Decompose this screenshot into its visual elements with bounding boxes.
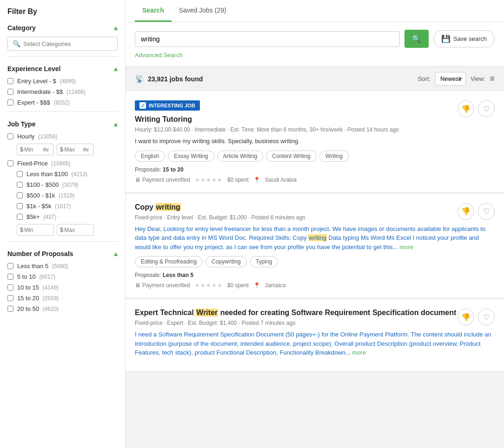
job-3-more-link[interactable]: more [352,349,366,356]
prop-5-10-checkbox[interactable] [7,274,13,280]
fixed-r500-row: $500 - $1k (1519) [17,192,118,199]
job-3-dislike-button[interactable]: 👎 [458,309,474,325]
job-1-dislike-button[interactable]: 👎 [458,100,474,117]
fixed-r5k-row: $5k+ (437) [17,213,118,220]
jobtype-chevron-icon[interactable]: ▴ [114,119,118,128]
prop-20-50-checkbox[interactable] [7,306,13,312]
tag-editing-proofreading[interactable]: Editing & Proofreading [135,256,203,267]
prop-lt5-label[interactable]: Less than 5 (5660) [17,263,68,270]
job-2-dislike-button[interactable]: 👎 [458,203,474,220]
exp-expert-label[interactable]: Expert - $$$ (6552) [17,99,70,106]
hourly-min-unit: /hr [43,147,49,152]
fixed-r500-label[interactable]: $500 - $1k (1519) [27,192,75,199]
tag-content-writing[interactable]: Content Writing [266,151,316,162]
job-3-meta: Fixed-price · Expert · Est. Budget: $1,4… [135,320,495,326]
hourly-min-wrap: $ /hr [17,144,54,155]
job-2-payment-icon: 🖥 Payment unverified [135,282,190,289]
jobtype-hourly-label[interactable]: Hourly (13056) [17,133,58,140]
hourly-max-input[interactable] [64,146,83,153]
prop-lt5-checkbox[interactable] [7,263,13,269]
fixed-lt100-checkbox[interactable] [17,171,23,177]
job-2-proposals-value: Less than 5 [163,272,193,278]
prop-10-15-label[interactable]: 10 to 15 (4149) [17,284,59,291]
tag-copywriting[interactable]: Copywriting [206,256,247,267]
category-chevron-icon[interactable]: ▴ [114,23,118,32]
job-3-title[interactable]: Expert Technical Writer needed for creat… [135,309,495,317]
view-icon[interactable]: ≡ [490,74,495,84]
job-2-title[interactable]: Copy writing [135,203,495,211]
exp-entry-checkbox[interactable] [7,78,13,84]
exp-entry-label[interactable]: Entry Level - $ (4899) [17,78,76,85]
jobtype-hourly-row: Hourly (13056) [7,133,118,140]
prop-15-20-label[interactable]: 15 to 20 (2659) [17,295,59,302]
job-2-proposals: Proposals: Less than 5 [135,272,495,278]
job-2-title-highlight: writing [155,203,180,211]
experience-chevron-icon[interactable]: ▴ [114,64,118,73]
fixed-min-dollar: $ [20,226,23,233]
job-1-stars: ★★★★★ [195,177,223,183]
category-search-input[interactable] [23,40,113,47]
job-2-spent: $0 spent [227,282,249,289]
tag-article-writing[interactable]: Article Writing [217,151,264,162]
fixed-r1k-label[interactable]: $1k - $5k (1617) [27,203,71,210]
tag-essay-writing[interactable]: Essay Writing [168,151,214,162]
job-2-like-button[interactable]: ♡ [478,203,495,220]
jobtype-hourly-checkbox[interactable] [7,133,13,139]
jobtype-fixed-checkbox[interactable] [7,160,13,166]
fixed-r1k-count: (1617) [55,203,71,210]
jobtype-fixed-row: Fixed-Price (10865) [7,160,118,167]
job-2-highlight: writing [308,234,327,241]
category-search-icon: 🔍 [13,40,20,47]
hourly-min-input[interactable] [24,146,43,153]
exp-intermediate-checkbox[interactable] [7,89,13,95]
fixed-price-range: $ $ [7,224,118,236]
job-3-desc-text: I need a Software Requirement Specificat… [135,331,491,356]
search-button[interactable]: 🔍 [405,30,429,48]
search-bar-area: 🔍 💾 Save search Advanced Search [126,22,504,66]
category-search-wrap: 🔍 [7,37,118,51]
save-search-button[interactable]: 💾 Save search [433,30,495,47]
fixed-min-input[interactable] [24,227,43,233]
prop-15-20-checkbox[interactable] [7,295,13,301]
exp-entry-count: (4899) [60,78,76,85]
prop-15-20-count: (2659) [43,295,59,302]
fixed-r100-checkbox[interactable] [17,182,23,188]
tag-typing[interactable]: Typing [250,256,278,267]
prop-10-15-checkbox[interactable] [7,284,13,290]
advanced-search-link[interactable]: Advanced Search [135,52,183,59]
job-2-location: Jamaica [265,282,286,289]
fixed-max-input[interactable] [64,227,83,233]
experience-options: Entry Level - $ (4899) Intermediate - $$… [7,78,118,106]
search-input[interactable] [141,35,394,43]
exp-intermediate-label[interactable]: Intermediate - $$ (12466) [17,88,86,95]
proposals-chevron-icon[interactable]: ▴ [114,249,118,258]
fixed-r5k-checkbox[interactable] [17,214,23,220]
job-3-like-button[interactable]: ♡ [478,309,495,325]
job-3-description: I need a Software Requirement Specificat… [135,330,495,357]
prop-20-50-label[interactable]: 20 to 50 (4620) [17,305,59,312]
fixed-r1k-checkbox[interactable] [17,203,23,209]
fixed-r100-label[interactable]: $100 - $500 (3079) [27,181,79,188]
sidebar-title: Filter By [7,7,118,16]
prop-lt5-row: Less than 5 (5660) [7,263,118,270]
fixed-max-wrap: $ [57,224,94,236]
sort-select[interactable]: Newest [435,72,466,86]
fixed-lt100-label[interactable]: Less than $100 (4213) [27,171,87,178]
tab-saved-jobs[interactable]: Saved Jobs (29) [172,0,234,22]
tag-writing[interactable]: Writing [319,151,349,162]
job-1-like-button[interactable]: ♡ [478,100,495,117]
fixed-min-wrap: $ [17,224,54,236]
experience-section-header: Experience Level ▴ [7,64,118,73]
tag-english[interactable]: English [135,151,165,162]
fixed-r5k-label[interactable]: $5k+ (437) [27,213,56,220]
tab-search[interactable]: Search [135,0,172,22]
job-1-title[interactable]: Writing Tutoring [135,115,495,124]
jobtype-fixed-label[interactable]: Fixed-Price (10865) [17,160,71,167]
exp-expert-checkbox[interactable] [7,99,13,105]
prop-5-10-label[interactable]: 5 to 10 (6017) [17,273,55,280]
category-section-header: Category ▴ [7,23,118,32]
job-2-desc-link: Hey Dear, Looking for entry level freela… [135,225,485,250]
rss-icon: 📡 [135,74,144,83]
fixed-r500-checkbox[interactable] [17,192,23,198]
job-2-more-link[interactable]: more [399,244,413,250]
